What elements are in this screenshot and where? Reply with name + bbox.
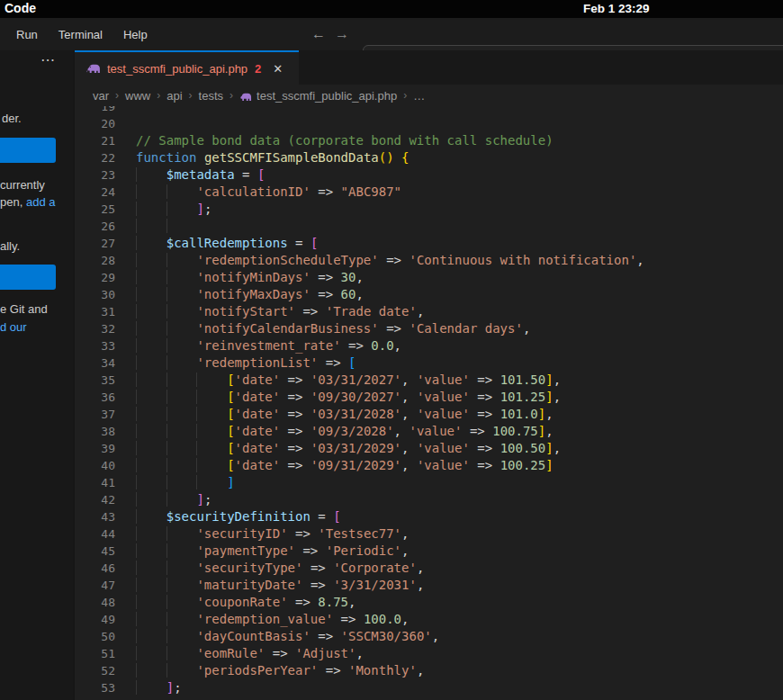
sidebar-link[interactable]: add a <box>26 195 56 209</box>
code-line[interactable]: 34 'redemptionList' => [ <box>75 354 783 372</box>
breadcrumb-item[interactable]: www <box>125 89 150 103</box>
tab-close-icon[interactable]: ✕ <box>270 61 285 76</box>
code-line[interactable]: 33 'reinvestment_rate' => 0.0, <box>75 337 783 354</box>
breadcrumb: var›www›api›tests›test_sscmfi_public_api… <box>75 85 783 106</box>
code-text: 'couponRate' => 8.75, <box>115 594 356 611</box>
code-line[interactable]: 51 'eomRule' => 'Adjust', <box>75 645 783 662</box>
breadcrumb-item[interactable]: api <box>166 89 182 103</box>
code-line[interactable]: 44 'securityID' => 'Testsec77', <box>75 525 783 543</box>
menu-terminal[interactable]: Terminal <box>55 26 106 43</box>
code-line[interactable]: 49 'redemption_value' => 100.0, <box>75 611 783 628</box>
code-text: 'notifyStart' => 'Trade date', <box>115 303 424 320</box>
sidebar-text-fragment: d our <box>0 320 27 334</box>
code-text: ]; <box>115 679 182 696</box>
breadcrumb-separator: › <box>230 89 233 102</box>
code-text: 'reinvestment_rate' => 0.0, <box>115 337 401 354</box>
menu-run[interactable]: Run <box>13 26 41 43</box>
code-line[interactable]: 32 'notifyCalendarBusiness' => 'Calendar… <box>75 320 783 337</box>
code-text: function getSSCMFISampleBondData() { <box>115 149 409 166</box>
code-line[interactable]: 47 'maturityDate' => '3/31/2031', <box>75 577 783 594</box>
code-line[interactable]: 41 ] <box>75 474 783 491</box>
code-text: 'notifyMaxDays' => 60, <box>115 286 364 303</box>
code-text: 'redemption_value' => 100.0, <box>115 611 409 628</box>
code-line[interactable]: 27 $callRedemptions = [ <box>75 235 783 252</box>
code-line[interactable]: 48 'couponRate' => 8.75, <box>75 594 783 611</box>
line-number: 46 <box>75 560 115 577</box>
code-text <box>115 218 196 235</box>
menu-help[interactable]: Help <box>120 26 151 43</box>
code-line[interactable]: 50 'dayCountBasis' => 'SSCM30/360', <box>75 628 783 645</box>
sidebar-text-fragment: e Git and <box>0 302 48 316</box>
code-line[interactable]: 22function getSSCMFISampleBondData() { <box>75 149 783 166</box>
navigate-forward-icon[interactable]: → <box>332 24 352 44</box>
code-line[interactable]: 40 ['date' => '09/31/2029', 'value' => 1… <box>75 457 783 474</box>
line-number: 23 <box>75 166 115 184</box>
code-line[interactable]: 46 'securityType' => 'Corporate', <box>75 560 783 577</box>
line-number: 38 <box>75 423 115 440</box>
code-line[interactable]: 23 $metadata = [ <box>75 166 783 184</box>
code-line[interactable]: 38 ['date' => '09/3/2028', 'value' => 10… <box>75 423 783 440</box>
code-line[interactable]: 28 'redemptionScheduleType' => 'Continuo… <box>75 252 783 269</box>
breadcrumb-separator: › <box>403 89 407 102</box>
code-line[interactable]: 43 $securityDefinition = [ <box>75 508 783 525</box>
code-line[interactable]: 24 'calculationID' => "ABC987" <box>75 184 783 201</box>
code-text: ]; <box>115 201 212 218</box>
line-number: 24 <box>75 184 115 201</box>
editor-tab[interactable]: test_sscmfi_public_api.php 2 ✕ <box>75 50 299 85</box>
code-line[interactable]: 29 'notifyMinDays' => 30, <box>75 269 783 286</box>
code-line[interactable]: 21// Sample bond data (corporate bond wi… <box>75 132 783 149</box>
code-line[interactable]: 35 ['date' => '03/31/2027', 'value' => 1… <box>75 372 783 389</box>
code-line[interactable]: 52 'periodsPerYear' => 'Monthly', <box>75 662 783 679</box>
sidebar-text-fragment: pen, add a <box>0 195 55 209</box>
line-number: 39 <box>75 440 115 457</box>
code-text: ['date' => '03/31/2028', 'value' => 101.… <box>115 406 554 423</box>
code-text: 'securityID' => 'Testsec77', <box>115 525 409 543</box>
breadcrumb-item[interactable]: tests <box>199 89 223 103</box>
code-line[interactable]: 53 ]; <box>75 679 783 696</box>
code-line[interactable]: 31 'notifyStart' => 'Trade date', <box>75 303 783 320</box>
line-number: 50 <box>75 628 115 645</box>
system-top-bar: Code Feb 1 23:29 <box>0 0 783 18</box>
line-number: 20 <box>75 115 115 132</box>
line-number: 30 <box>75 286 115 303</box>
line-number: 22 <box>75 149 115 166</box>
code-text <box>115 106 136 115</box>
line-number: 51 <box>75 645 115 662</box>
code-text: 'calculationID' => "ABC987" <box>115 184 401 201</box>
code-text: ] <box>115 474 235 491</box>
code-editor[interactable]: 192021// Sample bond data (corporate bon… <box>75 106 783 700</box>
line-number: 52 <box>75 662 115 679</box>
code-text: 'periodsPerYear' => 'Monthly', <box>115 662 424 679</box>
breadcrumb-file[interactable]: test_sscmfi_public_api.php <box>256 89 397 103</box>
line-number: 29 <box>75 269 115 286</box>
code-text: 'eomRule' => 'Adjust', <box>115 645 364 662</box>
code-line[interactable]: 26 <box>75 218 783 235</box>
code-line[interactable]: 42 ]; <box>75 491 783 508</box>
line-number: 49 <box>75 611 115 628</box>
navigate-back-icon[interactable]: ← <box>309 24 328 44</box>
code-text: 'redemptionList' => [ <box>115 354 356 372</box>
code-line[interactable]: 37 ['date' => '03/31/2028', 'value' => 1… <box>75 406 783 423</box>
breadcrumb-overflow[interactable]: … <box>413 89 425 103</box>
line-number: 35 <box>75 372 115 389</box>
line-number: 47 <box>75 577 115 594</box>
code-line[interactable]: 36 ['date' => '09/30/2027', 'value' => 1… <box>75 389 783 406</box>
line-number: 43 <box>75 508 115 525</box>
line-number: 33 <box>75 337 115 354</box>
sidebar-text-fragments: der.currentlypen, add aally.e Git andd o… <box>0 50 75 700</box>
focused-app-name[interactable]: Code <box>4 1 36 15</box>
code-line[interactable]: 25 ]; <box>75 201 783 218</box>
sidebar-link[interactable]: d our <box>0 320 27 334</box>
code-line[interactable]: 30 'notifyMaxDays' => 60, <box>75 286 783 303</box>
code-text: // Sample bond data (corporate bond with… <box>115 132 554 149</box>
code-text: 'securityType' => 'Corporate', <box>115 560 424 577</box>
code-line[interactable]: 45 'paymentType' => 'Periodic', <box>75 543 783 560</box>
code-text <box>115 115 136 132</box>
system-clock[interactable]: Feb 1 23:29 <box>583 2 650 15</box>
code-line[interactable]: 19 <box>75 106 783 115</box>
code-line[interactable]: 39 ['date' => '03/31/2029', 'value' => 1… <box>75 440 783 457</box>
code-text: 'dayCountBasis' => 'SSCM30/360', <box>115 628 439 645</box>
code-line[interactable]: 20 <box>75 115 783 132</box>
sidebar-text-fragment: currently <box>0 178 45 192</box>
breadcrumb-item[interactable]: var <box>93 89 109 103</box>
